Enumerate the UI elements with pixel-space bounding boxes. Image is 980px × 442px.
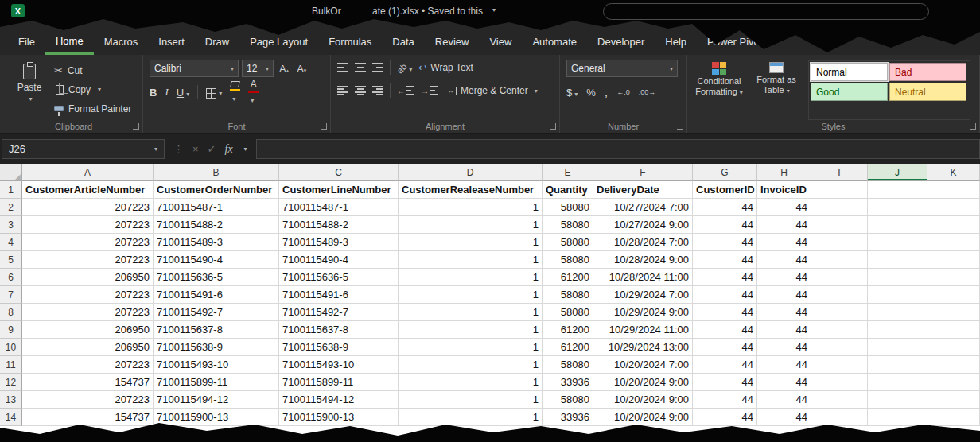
cell-K6[interactable] bbox=[928, 269, 980, 286]
cell-B6[interactable]: 7100115636-5 bbox=[154, 269, 279, 286]
cell-K3[interactable] bbox=[928, 216, 980, 234]
column-header-D[interactable]: D bbox=[399, 164, 542, 181]
increase-decimal-button[interactable]: ←.0 bbox=[616, 88, 630, 96]
cell-D5[interactable]: 1 bbox=[399, 251, 542, 269]
cell-J7[interactable] bbox=[868, 286, 928, 304]
cell-B12[interactable]: 7100115899-11 bbox=[154, 374, 279, 391]
style-neutral[interactable]: Neutral bbox=[889, 83, 966, 101]
row-header-1[interactable]: 1 bbox=[0, 181, 22, 199]
cell-C1[interactable]: CustomerLineNumber bbox=[279, 181, 399, 199]
cell-D7[interactable]: 1 bbox=[399, 286, 542, 304]
cell-D9[interactable]: 1 bbox=[399, 321, 542, 339]
style-good[interactable]: Good bbox=[811, 83, 888, 101]
cell-D1[interactable]: CustomerRealeaseNumber bbox=[399, 181, 542, 199]
cell-K13[interactable] bbox=[928, 391, 980, 409]
cell-B9[interactable]: 7100115637-8 bbox=[154, 321, 279, 339]
cell-A4[interactable]: 207223 bbox=[22, 234, 154, 251]
cell-I10[interactable] bbox=[811, 339, 868, 356]
cell-C4[interactable]: 7100115489-3 bbox=[279, 234, 399, 251]
cell-H1[interactable]: InvoiceID bbox=[757, 181, 811, 199]
bottom-align-icon[interactable] bbox=[372, 63, 383, 72]
row-header-2[interactable]: 2 bbox=[0, 199, 22, 216]
format-painter-button[interactable]: Format Painter bbox=[54, 102, 131, 115]
cell-I7[interactable] bbox=[811, 286, 868, 304]
cell-F6[interactable]: 10/28/2024 11:00 bbox=[593, 269, 693, 286]
column-header-H[interactable]: H bbox=[757, 164, 811, 181]
cell-F3[interactable]: 10/27/2024 9:00 bbox=[593, 216, 693, 234]
cell-A12[interactable]: 154737 bbox=[22, 374, 154, 391]
cell-F8[interactable]: 10/29/2024 9:00 bbox=[593, 304, 693, 321]
cut-button[interactable]: ✂ Cut bbox=[54, 64, 131, 77]
cell-A6[interactable]: 206950 bbox=[22, 269, 154, 286]
cell-H10[interactable]: 44 bbox=[757, 339, 811, 356]
cell-F5[interactable]: 10/28/2024 9:00 bbox=[593, 251, 693, 269]
cell-C7[interactable]: 7100115491-6 bbox=[279, 286, 399, 304]
cell-E2[interactable]: 58080 bbox=[542, 199, 593, 216]
cell-A1[interactable]: CustomerArticleNumber bbox=[22, 181, 154, 199]
cell-C14[interactable]: 7100115900-13 bbox=[279, 409, 399, 426]
cell-F12[interactable]: 10/20/2024 9:00 bbox=[593, 374, 693, 391]
tab-home[interactable]: Home bbox=[45, 29, 94, 55]
cell-D6[interactable]: 1 bbox=[399, 269, 542, 286]
cell-A2[interactable]: 207223 bbox=[22, 199, 154, 216]
currency-button[interactable]: $ bbox=[566, 87, 578, 99]
column-header-J[interactable]: J bbox=[868, 164, 928, 181]
cell-J3[interactable] bbox=[868, 216, 928, 234]
cell-E3[interactable]: 58080 bbox=[542, 216, 593, 234]
styles-dialog-launcher[interactable] bbox=[970, 123, 976, 130]
cell-A8[interactable]: 207223 bbox=[22, 304, 154, 321]
cell-E5[interactable]: 58080 bbox=[542, 251, 593, 269]
cell-K10[interactable] bbox=[928, 339, 980, 356]
cell-K8[interactable] bbox=[928, 304, 980, 321]
cell-H12[interactable]: 44 bbox=[757, 374, 811, 391]
cell-H11[interactable]: 44 bbox=[757, 356, 811, 374]
column-header-F[interactable]: F bbox=[593, 164, 693, 181]
cell-G13[interactable]: 44 bbox=[693, 391, 757, 409]
cell-K2[interactable] bbox=[928, 199, 980, 216]
tab-formulas[interactable]: Formulas bbox=[318, 29, 382, 55]
cell-J5[interactable] bbox=[868, 251, 928, 269]
underline-button[interactable]: U bbox=[177, 87, 189, 99]
cell-G11[interactable]: 44 bbox=[693, 356, 757, 374]
tab-help[interactable]: Help bbox=[655, 29, 697, 55]
cell-D14[interactable]: 1 bbox=[399, 409, 542, 426]
cell-E1[interactable]: Quantity bbox=[542, 181, 593, 199]
row-header-4[interactable]: 4 bbox=[0, 234, 22, 251]
style-normal[interactable]: Normal bbox=[811, 63, 888, 81]
clipboard-dialog-launcher[interactable] bbox=[133, 123, 139, 130]
cell-E4[interactable]: 58080 bbox=[542, 234, 593, 251]
cell-G1[interactable]: CustomerID bbox=[693, 181, 757, 199]
cell-I8[interactable] bbox=[811, 304, 868, 321]
cell-E8[interactable]: 58080 bbox=[542, 304, 593, 321]
column-header-K[interactable]: K bbox=[928, 164, 980, 181]
tab-macros[interactable]: Macros bbox=[94, 29, 149, 55]
cell-H14[interactable]: 44 bbox=[757, 409, 811, 426]
cell-G3[interactable]: 44 bbox=[693, 216, 757, 234]
cell-I5[interactable] bbox=[811, 251, 868, 269]
cell-H6[interactable]: 44 bbox=[757, 269, 811, 286]
percent-button[interactable]: % bbox=[586, 87, 596, 99]
increase-indent-button[interactable]: → bbox=[421, 86, 438, 95]
cell-K12[interactable] bbox=[928, 374, 980, 391]
row-header-14[interactable]: 14 bbox=[0, 409, 22, 426]
column-header-C[interactable]: C bbox=[279, 164, 399, 181]
conditional-formatting-button[interactable]: Conditional Formatting bbox=[694, 60, 745, 120]
cell-G6[interactable]: 44 bbox=[693, 269, 757, 286]
cell-H8[interactable]: 44 bbox=[757, 304, 811, 321]
column-header-I[interactable]: I bbox=[811, 164, 868, 181]
cell-I3[interactable] bbox=[811, 216, 868, 234]
cell-B13[interactable]: 7100115494-12 bbox=[154, 391, 279, 409]
bold-button[interactable]: B bbox=[150, 87, 157, 99]
number-dialog-launcher[interactable] bbox=[677, 123, 683, 130]
cell-K11[interactable] bbox=[928, 356, 980, 374]
tab-file[interactable]: File bbox=[8, 29, 45, 55]
cell-G10[interactable]: 44 bbox=[693, 339, 757, 356]
cell-C11[interactable]: 7100115493-10 bbox=[279, 356, 399, 374]
insert-function-icon[interactable]: fx bbox=[225, 143, 233, 156]
cell-K9[interactable] bbox=[928, 321, 980, 339]
row-header-11[interactable]: 11 bbox=[0, 356, 22, 374]
tab-page-layout[interactable]: Page Layout bbox=[239, 29, 318, 55]
align-right-icon[interactable] bbox=[372, 86, 383, 95]
cell-H13[interactable]: 44 bbox=[757, 391, 811, 409]
name-box[interactable]: J26 bbox=[2, 139, 165, 159]
